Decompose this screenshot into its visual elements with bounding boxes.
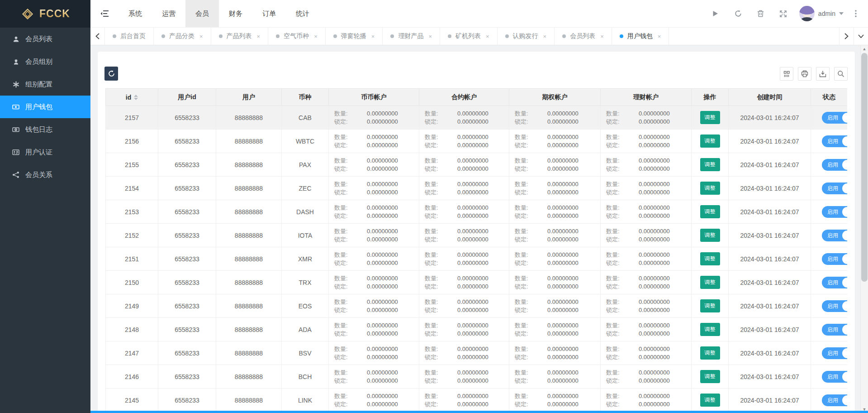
status-toggle[interactable]: 启用 [822, 253, 847, 265]
cell-uid: 6558233 [158, 130, 216, 153]
status-toggle[interactable]: 启用 [822, 159, 847, 171]
sort-icon[interactable] [134, 95, 138, 100]
top-nav-item[interactable]: 财务 [219, 0, 252, 27]
scrollbar-thumb[interactable] [861, 53, 868, 282]
adjust-button[interactable]: 调整 [700, 394, 720, 407]
export-icon[interactable] [816, 67, 830, 81]
status-toggle[interactable]: 启用 [822, 277, 847, 288]
top-nav: 系统 运营 会员 财务 订单 统计 [119, 0, 319, 27]
cell-coin: WBTC [282, 130, 329, 153]
tab-item[interactable]: 产品列表 × [211, 28, 269, 45]
tab-close-icon[interactable]: × [658, 33, 661, 40]
tab-item[interactable]: 认购发行 × [498, 28, 555, 45]
table-refresh-button[interactable] [104, 67, 118, 81]
user-menu[interactable]: admin [795, 6, 848, 21]
status-toggle[interactable]: 启用 [822, 300, 847, 312]
sidebar-menu-item[interactable]: 组别配置 [0, 73, 90, 96]
print-icon[interactable] [798, 67, 811, 81]
tab-item[interactable]: 会员列表 × [555, 28, 612, 45]
cell-finance-account: 数量:0.00000000 锁定:0.00000000 [601, 318, 692, 341]
tab-close-icon[interactable]: × [314, 33, 318, 40]
table-row: 2146 6558233 88888888 BCH 数量:0.00000000 … [106, 365, 848, 389]
status-toggle[interactable]: 启用 [822, 347, 847, 359]
tab-close-icon[interactable]: × [257, 33, 261, 40]
sidebar-menu-item[interactable]: 会员列表 [0, 28, 90, 50]
sidebar-item-label: 用户认证 [25, 148, 52, 157]
sidebar-menu-item[interactable]: 会员组别 [0, 50, 90, 73]
status-toggle[interactable]: 启用 [822, 394, 847, 406]
col-id[interactable]: id [106, 89, 158, 106]
adjust-button[interactable]: 调整 [700, 134, 720, 148]
status-toggle[interactable]: 启用 [822, 324, 847, 336]
sidebar-menu-item[interactable]: 会员关系 [0, 163, 90, 186]
status-toggle[interactable]: 启用 [822, 206, 847, 218]
horizontal-scrollbar[interactable] [90, 411, 868, 413]
adjust-button[interactable]: 调整 [700, 252, 720, 265]
search-icon[interactable] [834, 67, 848, 81]
tab-item[interactable]: 弹窗轮播 × [326, 28, 383, 45]
cell-status: 启用 [811, 177, 848, 200]
scroll-up-icon[interactable]: ▲ [861, 45, 868, 53]
adjust-button[interactable]: 调整 [700, 276, 720, 289]
adjust-button[interactable]: 调整 [700, 346, 720, 360]
tab-dot-icon [562, 34, 566, 38]
play-icon[interactable] [704, 0, 727, 28]
refresh-icon[interactable] [727, 0, 749, 28]
tab-item[interactable]: 后台首页 × [105, 28, 154, 45]
sidebar-menu-item[interactable]: 用户认证 [0, 141, 90, 163]
cell-finance-account: 数量:0.00000000 锁定:0.00000000 [601, 130, 692, 153]
status-toggle[interactable]: 启用 [822, 135, 847, 147]
status-toggle[interactable]: 启用 [822, 112, 847, 124]
tab-close-icon[interactable]: × [600, 33, 604, 40]
adjust-button[interactable]: 调整 [700, 158, 720, 171]
columns-filter-icon[interactable] [780, 67, 793, 81]
tab-item[interactable]: 用户钱包 × [612, 28, 669, 45]
cell-action: 调整 [692, 294, 729, 318]
adjust-button[interactable]: 调整 [700, 370, 720, 383]
status-toggle[interactable]: 启用 [822, 371, 847, 383]
adjust-button[interactable]: 调整 [700, 299, 720, 312]
sidebar-menu-item[interactable]: 钱包日志 [0, 118, 90, 141]
tab-item[interactable]: 产品分类 × [154, 28, 211, 45]
vertical-scrollbar[interactable]: ▲ ▼ [860, 45, 868, 413]
cell-contract-account: 数量:0.00000000 锁定:0.00000000 [419, 106, 509, 130]
cell-finance-account: 数量:0.00000000 锁定:0.00000000 [601, 224, 692, 247]
tab-close-icon[interactable]: × [428, 33, 432, 40]
top-nav-item[interactable]: 运营 [152, 0, 185, 27]
adjust-button[interactable]: 调整 [700, 229, 720, 242]
toggle-knob-icon [842, 325, 847, 335]
top-nav-item[interactable]: 订单 [252, 0, 286, 27]
tabs-scroll-left-icon[interactable] [90, 28, 105, 45]
tab-close-icon[interactable]: × [371, 33, 375, 40]
toggle-knob-icon [842, 207, 847, 217]
trash-icon[interactable] [749, 0, 772, 28]
tab-dot-icon [161, 34, 165, 38]
status-toggle[interactable]: 启用 [822, 230, 847, 241]
tab-close-icon[interactable]: × [486, 33, 489, 40]
adjust-button[interactable]: 调整 [700, 111, 720, 124]
tabs-menu-icon[interactable] [854, 28, 868, 45]
sidebar-menu-item[interactable]: 用户钱包 [0, 96, 90, 118]
adjust-button[interactable]: 调整 [700, 182, 720, 195]
tab-item[interactable]: 理财产品 × [383, 28, 440, 45]
menu-fold-icon[interactable] [90, 0, 119, 27]
adjust-button[interactable]: 调整 [700, 323, 720, 336]
more-vert-icon[interactable] [848, 0, 863, 28]
fullscreen-icon[interactable] [772, 0, 795, 28]
tab-close-icon[interactable]: × [543, 33, 547, 40]
tab-item[interactable]: 空气币种 × [268, 28, 326, 45]
top-nav-item[interactable]: 会员 [185, 0, 219, 27]
adjust-button[interactable]: 调整 [700, 205, 720, 218]
tabs-scroll-right-icon[interactable] [839, 28, 854, 45]
status-toggle[interactable]: 启用 [822, 182, 847, 194]
tab-close-icon[interactable]: × [199, 33, 203, 40]
cell-uid: 6558233 [158, 318, 216, 341]
table-row: 2154 6558233 88888888 ZEC 数量:0.00000000 … [106, 177, 848, 200]
tab-item[interactable]: 矿机列表 × [440, 28, 498, 45]
cell-status: 启用 [811, 271, 848, 294]
top-nav-item[interactable]: 统计 [286, 0, 319, 27]
table-row: 2150 6558233 88888888 TRX 数量:0.00000000 … [106, 271, 848, 294]
col-coin: 币种 [282, 89, 329, 106]
cell-user: 88888888 [216, 247, 282, 271]
top-nav-item[interactable]: 系统 [119, 0, 152, 27]
